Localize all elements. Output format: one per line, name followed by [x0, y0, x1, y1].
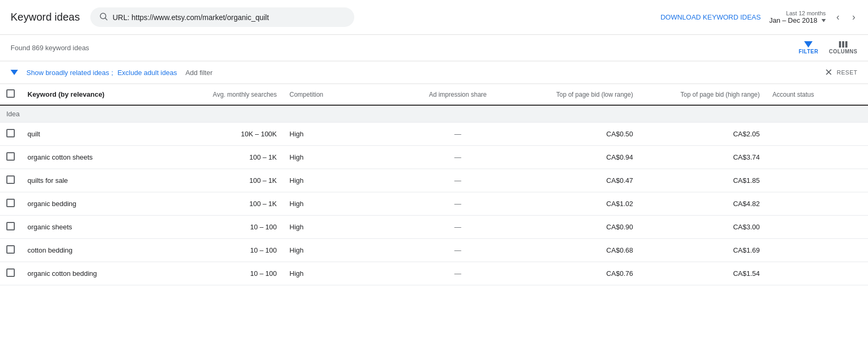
- filter-button[interactable]: FILTER: [799, 41, 818, 54]
- row-checkbox[interactable]: [6, 175, 15, 184]
- filter-bar: Show broadly related ideas ; Exclude adu…: [0, 61, 868, 84]
- row-checkbox[interactable]: [6, 152, 15, 161]
- row-account-status: [766, 239, 868, 262]
- row-competition: High: [283, 146, 400, 169]
- table-row: organic cotton bedding 10 – 100 High — C…: [0, 262, 868, 285]
- table-row: organic sheets 10 – 100 High — CA$0.90 C…: [0, 216, 868, 239]
- svg-point-0: [100, 13, 106, 19]
- download-keyword-ideas-button[interactable]: DOWNLOAD KEYWORD IDEAS: [661, 13, 761, 21]
- th-top-bid-high[interactable]: Top of page bid (high range): [639, 84, 766, 105]
- row-account-status: [766, 123, 868, 146]
- row-keyword: organic cotton bedding: [21, 262, 167, 285]
- th-avg-monthly[interactable]: Avg. monthly searches: [167, 84, 284, 105]
- keyword-table: Keyword (by relevance) Avg. monthly sear…: [0, 84, 868, 285]
- row-avg-monthly: 10 – 100: [167, 239, 284, 262]
- columns-label: COLUMNS: [829, 49, 857, 54]
- row-account-status: [766, 216, 868, 239]
- row-checkbox[interactable]: [6, 129, 15, 137]
- th-ad-impression[interactable]: Ad impression share: [400, 84, 516, 105]
- row-avg-monthly: 100 – 1K: [167, 146, 284, 169]
- th-keyword[interactable]: Keyword (by relevance): [21, 84, 167, 105]
- row-ad-impression: —: [400, 169, 516, 192]
- prev-date-arrow[interactable]: ‹: [834, 11, 842, 24]
- row-account-status: [766, 262, 868, 285]
- row-ad-impression: —: [400, 146, 516, 169]
- search-bar[interactable]: [90, 7, 354, 27]
- filter-links: Show broadly related ideas ; Exclude adu…: [26, 69, 213, 77]
- th-account-status: Account status: [766, 84, 868, 105]
- row-top-bid-low: CA$0.76: [516, 262, 639, 285]
- subheader-actions: FILTER COLUMNS: [799, 41, 857, 54]
- row-checkbox[interactable]: [6, 199, 15, 207]
- table-row: organic bedding 100 – 1K High — CA$1.02 …: [0, 192, 868, 216]
- date-range-select[interactable]: Jan – Dec 2018: [769, 16, 826, 24]
- row-competition: High: [283, 262, 400, 285]
- row-checkbox-cell[interactable]: [0, 192, 21, 216]
- close-filter-button[interactable]: ✕: [825, 67, 833, 78]
- add-filter-text[interactable]: Add filter: [185, 69, 212, 77]
- table-header-row: Keyword (by relevance) Avg. monthly sear…: [0, 84, 868, 105]
- row-avg-monthly: 10K – 100K: [167, 123, 284, 146]
- select-all-checkbox-cell[interactable]: [0, 84, 21, 105]
- row-top-bid-high: CA$4.82: [639, 192, 766, 216]
- row-ad-impression: —: [400, 262, 516, 285]
- row-checkbox[interactable]: [6, 222, 15, 230]
- table-row: quilt 10K – 100K High — CA$0.50 CA$2.05: [0, 123, 868, 146]
- row-avg-monthly: 10 – 100: [167, 216, 284, 239]
- filter-icon: [804, 41, 813, 48]
- select-all-checkbox[interactable]: [6, 89, 15, 98]
- row-competition: High: [283, 123, 400, 146]
- row-ad-impression: —: [400, 216, 516, 239]
- subheader: Found 869 keyword ideas FILTER COLUMNS: [0, 35, 868, 61]
- row-avg-monthly: 100 – 1K: [167, 192, 284, 216]
- date-range-label: Last 12 months: [786, 10, 826, 16]
- header: Keyword ideas DOWNLOAD KEYWORD IDEAS Las…: [0, 0, 868, 35]
- row-top-bid-low: CA$0.94: [516, 146, 639, 169]
- row-top-bid-high: CA$3.00: [639, 216, 766, 239]
- row-top-bid-high: CA$2.05: [639, 123, 766, 146]
- filter-label: FILTER: [799, 49, 818, 54]
- row-account-status: [766, 169, 868, 192]
- row-checkbox-cell[interactable]: [0, 146, 21, 169]
- row-checkbox-cell[interactable]: [0, 169, 21, 192]
- row-keyword: quilt: [21, 123, 167, 146]
- show-broadly-related-link[interactable]: Show broadly related ideas: [26, 69, 109, 77]
- row-checkbox-cell[interactable]: [0, 123, 21, 146]
- row-ad-impression: —: [400, 239, 516, 262]
- row-top-bid-high: CA$3.74: [639, 146, 766, 169]
- row-top-bid-high: CA$1.69: [639, 239, 766, 262]
- row-keyword: quilts for sale: [21, 169, 167, 192]
- next-date-arrow[interactable]: ›: [850, 11, 857, 24]
- row-keyword: organic bedding: [21, 192, 167, 216]
- row-top-bid-high: CA$1.85: [639, 169, 766, 192]
- row-checkbox-cell[interactable]: [0, 216, 21, 239]
- columns-button[interactable]: COLUMNS: [829, 41, 857, 54]
- search-input[interactable]: [112, 13, 346, 22]
- date-range-container: Last 12 months Jan – Dec 2018: [769, 10, 826, 24]
- columns-icon: [839, 41, 847, 48]
- row-checkbox-cell[interactable]: [0, 239, 21, 262]
- row-competition: High: [283, 216, 400, 239]
- header-right: DOWNLOAD KEYWORD IDEAS Last 12 months Ja…: [661, 10, 857, 24]
- row-top-bid-low: CA$0.47: [516, 169, 639, 192]
- row-top-bid-low: CA$1.02: [516, 192, 639, 216]
- row-avg-monthly: 100 – 1K: [167, 169, 284, 192]
- row-ad-impression: —: [400, 192, 516, 216]
- exclude-adult-ideas-link[interactable]: Exclude adult ideas: [117, 69, 177, 77]
- reset-label: RESET: [837, 69, 857, 76]
- row-checkbox[interactable]: [6, 268, 15, 277]
- filter-right: ✕ RESET: [825, 67, 857, 78]
- row-keyword: cotton bedding: [21, 239, 167, 262]
- row-checkbox-cell[interactable]: [0, 262, 21, 285]
- row-competition: High: [283, 239, 400, 262]
- th-top-bid-low[interactable]: Top of page bid (low range): [516, 84, 639, 105]
- row-competition: High: [283, 192, 400, 216]
- row-top-bid-high: CA$1.54: [639, 262, 766, 285]
- row-account-status: [766, 146, 868, 169]
- row-checkbox[interactable]: [6, 245, 15, 254]
- table-row: quilts for sale 100 – 1K High — CA$0.47 …: [0, 169, 868, 192]
- th-competition[interactable]: Competition: [283, 84, 400, 105]
- row-avg-monthly: 10 – 100: [167, 262, 284, 285]
- filter-funnel-icon: [11, 70, 18, 75]
- idea-section-row: Idea: [0, 105, 868, 123]
